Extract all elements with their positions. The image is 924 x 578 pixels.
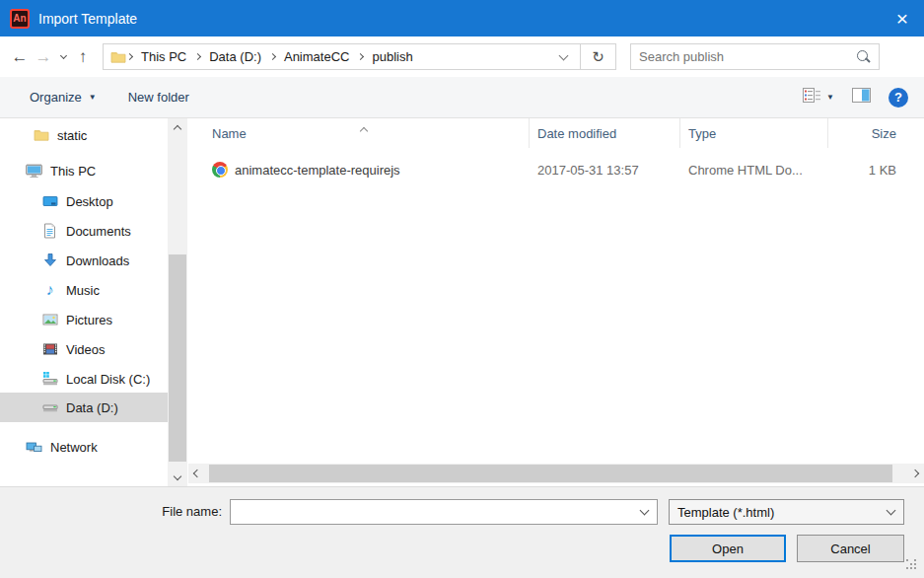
network-icon bbox=[26, 439, 42, 456]
file-list: Name Date modified Type Size animatecc-t… bbox=[187, 118, 924, 486]
column-header-date-modified[interactable]: Date modified bbox=[530, 118, 680, 148]
video-icon bbox=[41, 341, 58, 358]
folder-icon bbox=[33, 127, 49, 144]
sidebar-item-label: Music bbox=[66, 283, 100, 298]
address-bar[interactable]: This PC Data (D:) AnimateCC publish bbox=[103, 43, 581, 70]
scrollbar-thumb[interactable] bbox=[209, 465, 892, 482]
breadcrumb-animatecc[interactable]: AnimateCC bbox=[276, 49, 357, 64]
breadcrumb-separator-icon bbox=[126, 54, 133, 59]
toolbar-right-group: ▼ ? bbox=[803, 88, 924, 108]
chrome-icon bbox=[212, 162, 228, 178]
file-name: animatecc-template-requirejs bbox=[235, 163, 400, 178]
sort-ascending-icon bbox=[361, 120, 367, 138]
sidebar-item-label: Documents bbox=[66, 224, 131, 239]
window-title: Import Template bbox=[38, 11, 137, 27]
desktop-icon bbox=[41, 193, 58, 210]
file-name-input[interactable] bbox=[231, 500, 631, 524]
sidebar-item-local-disk-c[interactable]: Local Disk (C:) bbox=[0, 364, 168, 394]
breadcrumb-separator-icon bbox=[269, 54, 276, 59]
sidebar-item-videos[interactable]: Videos bbox=[0, 334, 168, 364]
organize-label: Organize bbox=[30, 90, 82, 105]
scroll-right-icon[interactable] bbox=[906, 464, 924, 483]
sidebar-item-label: Data (D:) bbox=[66, 400, 118, 415]
refresh-icon[interactable]: ↻ bbox=[580, 43, 616, 70]
scroll-up-icon[interactable] bbox=[168, 118, 187, 136]
animate-app-icon: An bbox=[10, 9, 30, 29]
command-toolbar: Organize ▼ New folder ▼ ? bbox=[0, 77, 924, 118]
picture-icon bbox=[41, 312, 58, 328]
scrollbar-thumb[interactable] bbox=[169, 254, 186, 462]
sidebar-item-label: static bbox=[57, 128, 87, 143]
open-button[interactable]: Open bbox=[670, 535, 786, 562]
cancel-button[interactable]: Cancel bbox=[797, 535, 904, 562]
scroll-down-icon[interactable] bbox=[168, 469, 187, 486]
sidebar-item-data-d[interactable]: Data (D:) bbox=[0, 393, 168, 422]
download-icon bbox=[41, 253, 58, 269]
change-view-button[interactable]: ▼ bbox=[803, 88, 834, 107]
sidebar-item-static[interactable]: static bbox=[0, 120, 168, 150]
sidebar-item-label: This PC bbox=[50, 164, 96, 179]
chevron-down-icon[interactable]: ▼ bbox=[826, 93, 834, 102]
file-name-combo[interactable] bbox=[230, 499, 658, 525]
file-size: 1 KB bbox=[828, 155, 914, 184]
forward-icon[interactable]: → bbox=[32, 44, 55, 70]
chevron-down-icon bbox=[878, 510, 903, 514]
column-header-type[interactable]: Type bbox=[680, 118, 828, 148]
views-icon bbox=[803, 88, 820, 107]
column-header-name[interactable]: Name bbox=[187, 118, 530, 148]
resize-grip[interactable] bbox=[906, 559, 908, 561]
os-disk-icon bbox=[41, 371, 58, 388]
sidebar-item-label: Desktop bbox=[66, 194, 113, 209]
file-row[interactable]: animatecc-template-requirejs 2017-05-31 … bbox=[187, 155, 924, 184]
breadcrumb-separator-icon bbox=[194, 54, 201, 59]
new-folder-button[interactable]: New folder bbox=[128, 90, 189, 105]
column-header-size[interactable]: Size bbox=[828, 118, 914, 148]
address-row: ← → ↑ This PC Data (D:) AnimateCC publis… bbox=[0, 36, 924, 77]
file-type-filter-select[interactable]: Template (*.html) bbox=[669, 499, 904, 525]
new-folder-label: New folder bbox=[128, 90, 189, 105]
sidebar-item-music[interactable]: ♪ Music bbox=[0, 275, 168, 305]
preview-pane-button[interactable] bbox=[852, 88, 871, 107]
file-type-filter-value: Template (*.html) bbox=[670, 505, 878, 520]
help-icon[interactable]: ? bbox=[888, 88, 908, 108]
sidebar-item-pictures[interactable]: Pictures bbox=[0, 305, 168, 334]
breadcrumb-data-d[interactable]: Data (D:) bbox=[201, 49, 269, 64]
title-bar[interactable]: An Import Template × bbox=[0, 0, 924, 36]
sidebar-item-network[interactable]: Network bbox=[0, 432, 168, 462]
sidebar-item-downloads[interactable]: Downloads bbox=[0, 246, 168, 275]
sidebar-scrollbar[interactable] bbox=[168, 118, 187, 486]
up-icon[interactable]: ↑ bbox=[71, 44, 95, 70]
search-input[interactable] bbox=[639, 49, 856, 64]
preview-pane-icon bbox=[852, 89, 871, 106]
sidebar-item-label: Local Disk (C:) bbox=[66, 372, 150, 387]
sidebar-item-documents[interactable]: Documents bbox=[0, 216, 168, 246]
recent-locations-icon[interactable] bbox=[55, 56, 71, 58]
sidebar-item-desktop[interactable]: Desktop bbox=[0, 186, 168, 216]
organize-button[interactable]: Organize ▼ bbox=[30, 90, 97, 105]
address-dropdown-icon[interactable] bbox=[552, 55, 574, 59]
search-icon[interactable] bbox=[856, 49, 871, 64]
import-template-dialog: An Import Template × ← → ↑ This PC Data … bbox=[0, 0, 924, 578]
file-name-label: File name: bbox=[59, 499, 222, 525]
scroll-left-icon[interactable] bbox=[188, 464, 206, 483]
close-icon[interactable]: × bbox=[881, 0, 924, 36]
file-list-horizontal-scrollbar[interactable] bbox=[188, 464, 924, 483]
chevron-down-icon bbox=[59, 51, 66, 58]
sidebar-item-label: Videos bbox=[66, 342, 106, 357]
search-box[interactable] bbox=[630, 43, 880, 70]
breadcrumb-publish[interactable]: publish bbox=[364, 49, 420, 64]
sidebar-item-label: Downloads bbox=[66, 253, 129, 268]
file-date-modified: 2017-05-31 13:57 bbox=[530, 155, 680, 184]
sidebar-item-label: Pictures bbox=[66, 313, 112, 327]
file-type: Chrome HTML Do... bbox=[680, 155, 828, 184]
back-icon[interactable]: ← bbox=[8, 44, 32, 70]
document-icon bbox=[41, 223, 58, 240]
computer-icon bbox=[26, 163, 42, 180]
chevron-down-icon[interactable] bbox=[631, 510, 657, 514]
music-icon: ♪ bbox=[41, 282, 58, 299]
sidebar-item-label: Network bbox=[50, 440, 98, 455]
disk-icon bbox=[41, 399, 58, 416]
breadcrumb-this-pc[interactable]: This PC bbox=[133, 49, 194, 64]
sidebar-item-this-pc[interactable]: This PC bbox=[0, 156, 168, 185]
chevron-down-icon: ▼ bbox=[89, 93, 97, 102]
